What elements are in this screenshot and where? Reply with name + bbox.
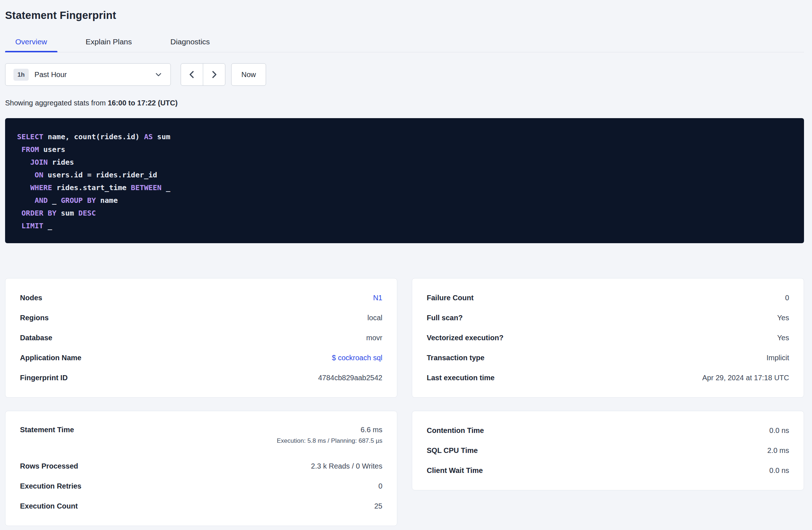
sql-line: SELECT name, count(rides.id) AS sum: [17, 131, 795, 143]
tab-diagnostics[interactable]: Diagnostics: [160, 34, 220, 52]
kv-value-link[interactable]: $ cockroach sql: [332, 354, 382, 362]
kv-value-wrap: N1: [373, 294, 382, 302]
sql-text: _: [48, 196, 61, 205]
time-interval-dropdown[interactable]: 1h Past Hour: [5, 63, 171, 86]
sql-keyword: AS: [144, 132, 153, 141]
sql-text: users.id = rides.rider_id: [43, 170, 157, 179]
kv-row: Last execution timeApr 29, 2024 at 17:18…: [427, 368, 789, 388]
kv-value-wrap: 25: [374, 502, 382, 510]
sql-text: [17, 183, 30, 192]
kv-value: 0: [378, 482, 382, 490]
kv-row: Client Wait Time0.0 ns: [427, 461, 789, 481]
kv-value-wrap: Implicit: [767, 354, 789, 362]
page-title: Statement Fingerprint: [5, 9, 804, 21]
tab-diagnostics-label: Diagnostics: [170, 37, 210, 46]
sql-text: _: [161, 183, 170, 192]
sql-keyword: ON: [35, 170, 43, 179]
kv-value: 0.0 ns: [769, 426, 789, 435]
sql-line: JOIN rides: [17, 156, 795, 169]
execution-attributes-card: Failure Count0Full scan?YesVectorized ex…: [412, 278, 804, 398]
kv-label: Contention Time: [427, 426, 484, 435]
kv-row: Rows Processed2.3 k Reads / 0 Writes: [20, 456, 382, 476]
statement-times-card: Statement Time6.6 msExecution: 5.8 ms / …: [5, 411, 397, 526]
kv-label: Client Wait Time: [427, 466, 483, 475]
sql-text: [17, 170, 35, 179]
kv-value-wrap: 0: [378, 482, 382, 490]
kv-row: Vectorized execution?Yes: [427, 328, 789, 348]
kv-value-wrap: Yes: [777, 334, 789, 342]
kv-row: Databasemovr: [20, 328, 382, 348]
sql-text: [17, 209, 21, 217]
kv-value-wrap: movr: [366, 334, 382, 342]
kv-value: movr: [366, 334, 382, 342]
kv-row: Fingerprint ID4784cb829aab2542: [20, 368, 382, 388]
kv-label: Database: [20, 334, 52, 342]
tab-bar: Overview Explain Plans Diagnostics: [5, 34, 804, 52]
kv-row: Transaction typeImplicit: [427, 348, 789, 368]
prev-interval-button[interactable]: [181, 63, 203, 86]
sql-text: [17, 145, 21, 154]
kv-label: Vectorized execution?: [427, 334, 503, 342]
kv-value-wrap: Apr 29, 2024 at 17:18 UTC: [702, 374, 789, 382]
stats-line-prefix: Showing aggregated stats from: [5, 99, 108, 107]
sql-line: ORDER BY sum DESC: [17, 207, 795, 220]
kv-label: SQL CPU Time: [427, 446, 478, 455]
sql-text: _: [43, 221, 52, 230]
kv-label: Execution Retries: [20, 482, 81, 490]
now-button[interactable]: Now: [231, 63, 266, 86]
kv-row: Execution Retries0: [20, 476, 382, 496]
sql-text: [17, 221, 21, 230]
kv-value: Yes: [777, 334, 789, 342]
sql-keyword: JOIN: [30, 158, 48, 166]
tab-overview-label: Overview: [15, 37, 47, 46]
sql-keyword: FROM: [21, 145, 39, 154]
kv-row: Statement Time6.6 msExecution: 5.8 ms / …: [20, 421, 382, 456]
sql-text: name: [96, 196, 118, 205]
kv-row: Application Name$ cockroach sql: [20, 348, 382, 368]
kv-subvalue: Execution: 5.8 ms / Planning: 687.5 µs: [277, 437, 382, 445]
kv-label: Failure Count: [427, 294, 474, 302]
kv-value-wrap: Yes: [777, 314, 789, 322]
kv-value: 2.3 k Reads / 0 Writes: [311, 462, 382, 470]
interval-label: Past Hour: [35, 71, 154, 79]
kv-value-link[interactable]: N1: [373, 294, 382, 302]
kv-value: 4784cb829aab2542: [318, 374, 382, 382]
next-interval-button[interactable]: [203, 63, 225, 86]
summary-cards: NodesN1RegionslocalDatabasemovrApplicati…: [5, 278, 804, 526]
tab-explain-plans-label: Explain Plans: [86, 37, 132, 46]
stats-time-range: 16:00 to 17:22 (UTC): [108, 99, 177, 107]
sql-text: sum: [153, 132, 170, 141]
chevron-left-icon: [187, 70, 197, 79]
sql-line: LIMIT _: [17, 220, 795, 232]
kv-label: Full scan?: [427, 314, 463, 322]
kv-value: 6.6 ms: [361, 426, 382, 434]
sql-keyword: DESC: [79, 209, 96, 217]
kv-label: Regions: [20, 314, 49, 322]
kv-value: 0: [785, 294, 789, 302]
kv-value: 25: [374, 502, 382, 510]
sql-keyword: GROUP BY: [61, 196, 96, 205]
sql-keyword: LIMIT: [21, 221, 43, 230]
sql-text: sum: [56, 209, 78, 217]
kv-label: Rows Processed: [20, 462, 78, 470]
sql-text: name, count(rides.id): [43, 132, 144, 141]
time-nav-buttons: [181, 63, 225, 86]
chevron-right-icon: [209, 70, 219, 79]
kv-row: Contention Time0.0 ns: [427, 421, 789, 441]
sql-text: rides: [48, 158, 74, 166]
statement-details-card: NodesN1RegionslocalDatabasemovrApplicati…: [5, 278, 397, 398]
kv-value-wrap: 0.0 ns: [769, 466, 789, 475]
sql-line: AND _ GROUP BY name: [17, 194, 795, 207]
chevron-down-icon: [154, 71, 162, 79]
tab-overview[interactable]: Overview: [5, 34, 57, 52]
tab-explain-plans[interactable]: Explain Plans: [76, 34, 142, 52]
kv-value: 2.0 ms: [767, 446, 789, 455]
sql-keyword: SELECT: [17, 132, 43, 141]
sql-keyword: BETWEEN: [131, 183, 161, 192]
sql-keyword: WHERE: [30, 183, 52, 192]
kv-label: Nodes: [20, 294, 42, 302]
kv-row: Execution Count25: [20, 496, 382, 516]
kv-label: Statement Time: [20, 426, 74, 434]
interval-badge: 1h: [13, 69, 29, 81]
sql-text: [17, 158, 30, 166]
